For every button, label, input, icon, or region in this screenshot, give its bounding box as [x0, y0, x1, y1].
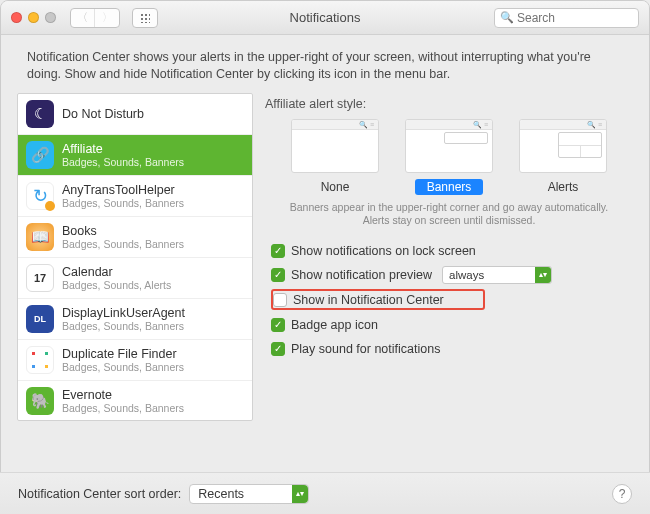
style-banners-preview: 🔍 ≡: [405, 119, 493, 173]
sidebar-item-sub: Badges, Sounds, Banners: [62, 320, 185, 332]
sidebar-item-label: Evernote: [62, 388, 184, 402]
sidebar-item-duplicate-finder[interactable]: Duplicate File Finder Badges, Sounds, Ba…: [18, 340, 252, 381]
sidebar-item-sub: Badges, Sounds, Alerts: [62, 279, 171, 291]
sidebar-item-sub: Badges, Sounds, Banners: [62, 361, 184, 373]
grid-icon: [140, 13, 150, 23]
style-alerts-label: Alerts: [536, 179, 591, 195]
sidebar-item-sub: Badges, Sounds, Banners: [62, 238, 184, 250]
style-note: Banners appear in the upper-right corner…: [283, 201, 615, 228]
books-icon: 📖: [26, 223, 54, 251]
style-none[interactable]: 🔍 ≡ None: [291, 119, 379, 195]
style-none-preview: 🔍 ≡: [291, 119, 379, 173]
style-alerts-preview: 🔍 ≡: [519, 119, 607, 173]
sidebar-item-label: Calendar: [62, 265, 171, 279]
style-none-label: None: [309, 179, 362, 195]
titlebar: 〈 〉 Notifications 🔍: [1, 1, 649, 35]
duplicate-finder-icon: [26, 346, 54, 374]
opt-label: Play sound for notifications: [291, 342, 440, 356]
checkbox-notification-center[interactable]: [273, 293, 287, 307]
sidebar-item-sub: Badges, Sounds, Banners: [62, 197, 184, 209]
search-input[interactable]: [494, 8, 639, 28]
chevron-updown-icon: ▴▾: [296, 489, 304, 498]
opt-label: Badge app icon: [291, 318, 378, 332]
sidebar-item-sub: Badges, Sounds, Banners: [62, 156, 184, 168]
alert-style-selector: 🔍 ≡ None 🔍 ≡ Banners 🔍 ≡ Alerts: [265, 119, 633, 195]
show-all-button[interactable]: [132, 8, 158, 28]
anytrans-icon: [26, 182, 54, 210]
sidebar-item-label: Affiliate: [62, 142, 184, 156]
preview-select[interactable]: always ▴▾: [442, 266, 552, 284]
sidebar-item-dnd[interactable]: ☾ Do Not Disturb: [18, 94, 252, 135]
sort-order-select[interactable]: Recents ▴▾: [189, 484, 309, 504]
preview-select-value: always: [449, 269, 484, 281]
chevron-updown-icon: ▴▾: [539, 271, 547, 279]
evernote-icon: 🐘: [26, 387, 54, 415]
sidebar-item-label: Books: [62, 224, 184, 238]
minimize-window-button[interactable]: [28, 12, 39, 23]
opt-label: Show in Notification Center: [293, 293, 444, 307]
window-controls: [11, 12, 56, 23]
sidebar-item-affiliate[interactable]: 🔗 Affiliate Badges, Sounds, Banners: [18, 135, 252, 176]
sort-order-label: Notification Center sort order:: [18, 487, 181, 501]
calendar-icon: [26, 264, 54, 292]
checkbox-badge[interactable]: ✓: [271, 318, 285, 332]
nav-back-forward: 〈 〉: [70, 8, 120, 28]
checkbox-lock[interactable]: ✓: [271, 244, 285, 258]
sidebar-item-evernote[interactable]: 🐘 Evernote Badges, Sounds, Banners: [18, 381, 252, 421]
opt-badge[interactable]: ✓ Badge app icon: [271, 314, 633, 335]
sidebar-item-anytrans[interactable]: AnyTransToolHelper Badges, Sounds, Banne…: [18, 176, 252, 217]
alert-style-title: Affiliate alert style:: [265, 97, 633, 111]
app-list[interactable]: ☾ Do Not Disturb 🔗 Affiliate Badges, Sou…: [17, 93, 253, 421]
search-icon: 🔍: [500, 11, 514, 24]
close-window-button[interactable]: [11, 12, 22, 23]
checkbox-sound[interactable]: ✓: [271, 342, 285, 356]
sidebar-item-sub: Badges, Sounds, Banners: [62, 402, 184, 414]
help-button[interactable]: ?: [612, 484, 632, 504]
link-icon: 🔗: [26, 141, 54, 169]
intro-text: Notification Center shows your alerts in…: [1, 35, 649, 93]
sidebar-item-displaylink[interactable]: DL DisplayLinkUserAgent Badges, Sounds, …: [18, 299, 252, 340]
opt-sound[interactable]: ✓ Play sound for notifications: [271, 338, 633, 359]
sidebar-item-label: DisplayLinkUserAgent: [62, 306, 185, 320]
displaylink-icon: DL: [26, 305, 54, 333]
style-alerts[interactable]: 🔍 ≡ Alerts: [519, 119, 607, 195]
opt-notification-center[interactable]: Show in Notification Center: [271, 289, 485, 310]
opt-label: Show notifications on lock screen: [291, 244, 476, 258]
opt-preview[interactable]: ✓ Show notification preview always ▴▾: [271, 264, 633, 285]
footer: Notification Center sort order: Recents …: [0, 472, 650, 514]
back-button[interactable]: 〈: [71, 9, 95, 27]
sidebar-item-label: AnyTransToolHelper: [62, 183, 184, 197]
opt-lock-screen[interactable]: ✓ Show notifications on lock screen: [271, 240, 633, 261]
detail-pane: Affiliate alert style: 🔍 ≡ None 🔍 ≡ Bann…: [265, 93, 633, 421]
opt-label: Show notification preview: [291, 268, 432, 282]
sort-order-value: Recents: [198, 487, 244, 501]
sidebar-item-label: Do Not Disturb: [62, 107, 144, 121]
search-field-wrapper: 🔍: [494, 8, 639, 28]
sidebar-item-label: Duplicate File Finder: [62, 347, 184, 361]
sidebar-item-calendar[interactable]: Calendar Badges, Sounds, Alerts: [18, 258, 252, 299]
checkbox-preview[interactable]: ✓: [271, 268, 285, 282]
style-banners[interactable]: 🔍 ≡ Banners: [405, 119, 493, 195]
sidebar-item-books[interactable]: 📖 Books Badges, Sounds, Banners: [18, 217, 252, 258]
style-banners-label: Banners: [415, 179, 484, 195]
zoom-window-button[interactable]: [45, 12, 56, 23]
forward-button[interactable]: 〉: [95, 9, 119, 27]
moon-icon: ☾: [26, 100, 54, 128]
options-list: ✓ Show notifications on lock screen ✓ Sh…: [265, 240, 633, 359]
main-area: ☾ Do Not Disturb 🔗 Affiliate Badges, Sou…: [1, 93, 649, 421]
